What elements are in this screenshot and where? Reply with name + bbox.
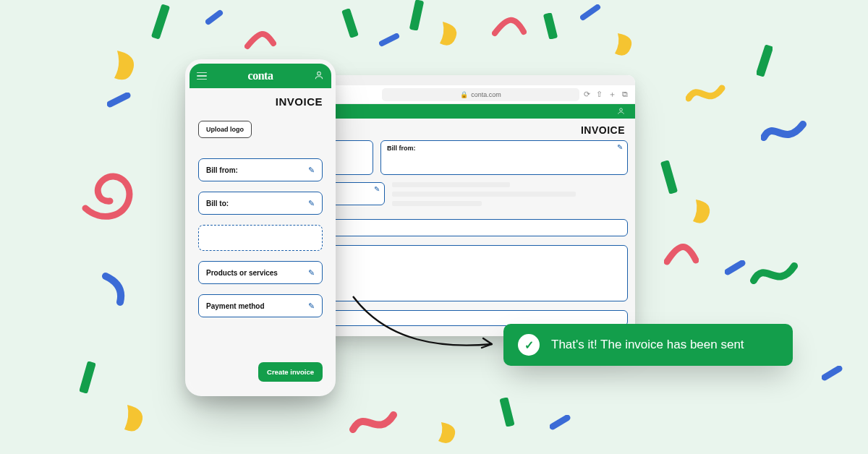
bill-to-field[interactable]: Bill to: ✎ [198, 192, 323, 215]
confetti-stroke-icon [107, 93, 132, 108]
success-toast: ✓ That's it! The invoice has been sent [503, 324, 793, 366]
confetti-rect-icon [80, 361, 95, 393]
svg-rect-4 [757, 45, 773, 77]
swirl-icon [686, 77, 726, 108]
browser-tab-strip [318, 75, 635, 85]
field-label: Bill to: [206, 200, 229, 207]
phone-top-bar: conta [190, 64, 331, 88]
svg-rect-5 [660, 160, 678, 194]
phone-body: INVOICE Upload logo Bill from: ✎ Bill to… [190, 88, 331, 392]
svg-rect-3 [543, 13, 558, 39]
svg-rect-0 [151, 4, 170, 39]
field-label: Bill from: [206, 166, 238, 174]
confetti-stroke-icon [580, 4, 602, 22]
confetti-blob-icon [438, 20, 461, 49]
confetti-rect-icon [499, 398, 515, 427]
invoice-section-box[interactable] [326, 219, 628, 236]
svg-point-8 [620, 108, 623, 111]
payment-method-field[interactable]: Payment method ✎ [198, 294, 323, 317]
field-label: Payment method [206, 302, 265, 310]
lock-icon: 🔒 [460, 91, 468, 98]
edit-icon[interactable]: ✎ [617, 143, 623, 151]
swirl-icon [761, 114, 807, 146]
invoice-heading: INVOICE [326, 124, 628, 136]
arrow-icon [347, 292, 506, 357]
app-top-bar [318, 104, 635, 119]
products-field[interactable]: Products or services ✎ [198, 261, 323, 284]
menu-icon[interactable] [197, 72, 207, 80]
confetti-rect-icon [660, 160, 678, 194]
confetti-stroke-icon [100, 272, 129, 307]
invoice-meta-lines [392, 182, 628, 210]
swirl-icon [749, 254, 800, 291]
curve-icon [492, 13, 527, 39]
field-label: Products or services [206, 269, 278, 277]
check-icon: ✓ [518, 334, 540, 356]
edit-icon[interactable]: ✎ [308, 301, 315, 311]
share-icon[interactable]: ⇧ [596, 90, 603, 98]
bill-from-label: Bill from: [387, 145, 416, 152]
bill-from-box[interactable]: ✎ Bill from: [380, 140, 628, 175]
browser-controls: ⟳ ⇧ ＋ ⧉ [584, 90, 628, 98]
create-invoice-button[interactable]: Create invoice [258, 362, 323, 382]
invoice-heading: INVOICE [198, 95, 323, 108]
user-avatar-icon[interactable] [314, 70, 324, 82]
confetti-stroke-icon [822, 366, 843, 382]
confetti-blob-icon [113, 51, 137, 82]
confetti-rect-icon [341, 9, 359, 38]
confetti-stroke-icon [725, 260, 746, 276]
confetti-blob-icon [124, 403, 148, 435]
edit-icon[interactable]: ✎ [308, 199, 315, 208]
curve-icon [664, 239, 699, 267]
browser-address-bar[interactable]: 🔒 conta.com [382, 88, 579, 101]
confetti-stroke-icon [205, 9, 224, 27]
bill-from-field[interactable]: Bill from: ✎ [198, 158, 323, 181]
add-item-placeholder[interactable] [198, 225, 323, 251]
upload-logo-button[interactable]: Upload logo [198, 121, 252, 138]
svg-point-9 [318, 72, 321, 75]
brand-logo: conta [248, 69, 273, 82]
confetti-stroke-icon [379, 33, 401, 48]
confetti-rect-icon [150, 4, 171, 39]
browser-url-text: conta.com [471, 91, 501, 98]
confetti-blob-icon [438, 421, 460, 447]
edit-icon[interactable]: ✎ [308, 268, 315, 278]
edit-icon[interactable]: ✎ [308, 166, 315, 175]
confetti-rect-icon [542, 13, 558, 39]
user-avatar-icon[interactable] [617, 106, 625, 117]
add-icon[interactable]: ＋ [608, 90, 616, 98]
confetti-stroke-icon [550, 415, 571, 431]
svg-rect-6 [80, 361, 95, 393]
svg-rect-2 [409, 0, 424, 30]
svg-rect-7 [499, 398, 514, 427]
confetti-blob-icon [615, 32, 637, 59]
edit-icon[interactable]: ✎ [374, 185, 380, 193]
swirl-icon [349, 402, 399, 438]
confetti-blob-icon [693, 198, 715, 227]
browser-address-row: 🔒 conta.com ⟳ ⇧ ＋ ⧉ [318, 85, 635, 104]
curve-icon [244, 26, 276, 52]
toast-message: That's it! The invoice has been sent [551, 338, 744, 352]
confetti-rect-icon [757, 45, 773, 77]
svg-rect-1 [341, 9, 359, 38]
reload-icon[interactable]: ⟳ [584, 90, 590, 98]
swirl-icon [80, 166, 145, 224]
phone-mock: conta INVOICE Upload logo Bill from: ✎ B… [185, 59, 336, 396]
tabs-icon[interactable]: ⧉ [622, 90, 628, 98]
confetti-rect-icon [409, 0, 424, 30]
